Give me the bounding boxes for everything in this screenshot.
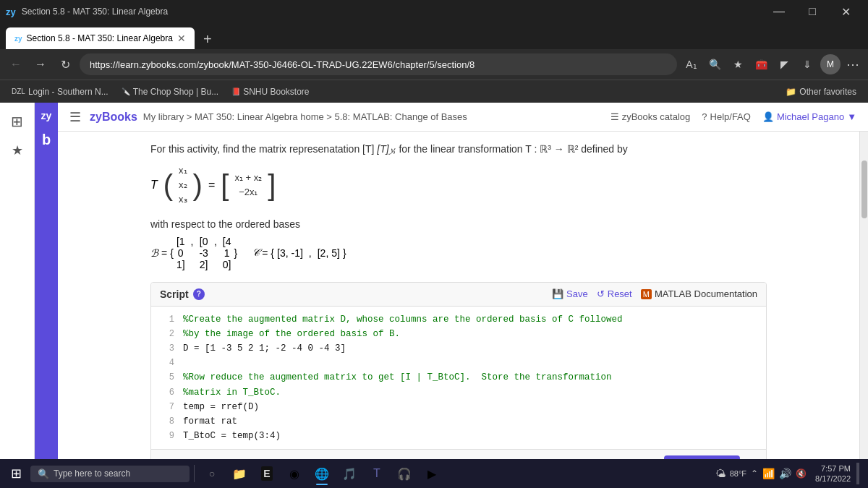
taskbar-app-cortana[interactable]: ○ <box>199 461 225 487</box>
maximize-button[interactable]: □ <box>796 0 829 23</box>
spotify-icon: 🎧 <box>397 467 412 481</box>
taskbar-app-music[interactable]: 🎵 <box>336 461 362 487</box>
content-scroll-area: For this activity, find the matrix repre… <box>58 132 868 488</box>
script-header: Script ? 💾 Save ↺ Reset <box>151 283 766 307</box>
other-favorites-label: Other favorites <box>799 87 856 97</box>
code-line-9: 9 T_BtoC = temp(3:4) <box>151 429 766 443</box>
teams-icon: T <box>373 467 380 480</box>
other-favorites-button[interactable]: 📁 Other favorites <box>780 85 862 98</box>
mute-icon[interactable]: 🔇 <box>796 468 807 479</box>
line-num-6: 6 <box>157 385 174 400</box>
more-options-button[interactable]: ⋯ <box>843 56 862 72</box>
read-mode-icon[interactable]: A₁ <box>681 54 702 74</box>
main-content-wrapper: ☰ zyBooks My library > MAT 350: Linear A… <box>58 103 868 488</box>
matlab-icon: M <box>641 289 652 299</box>
catalog-icon: ☰ <box>610 111 619 122</box>
volume-icon[interactable]: 🔊 <box>779 468 791 479</box>
help-label: Help/FAQ <box>710 111 751 122</box>
breadcrumb: My library > MAT 350: Linear Algebra hom… <box>143 111 467 122</box>
user-profile-link[interactable]: 👤 Michael Pagano ▼ <box>762 111 856 122</box>
line-num-9: 9 <box>157 429 174 443</box>
screenshot-icon[interactable]: ◤ <box>774 54 794 74</box>
start-button[interactable]: ⊞ <box>3 461 29 487</box>
taskbar-app-edge[interactable]: 🌐 <box>309 461 335 487</box>
matlab-doc-link[interactable]: M MATLAB Documentation <box>641 288 757 299</box>
taskbar-app-epic[interactable]: E <box>254 461 280 487</box>
code-text-1: %Create the augmented matrix D, whose co… <box>183 312 760 327</box>
chrome-icon: ◉ <box>289 467 299 481</box>
forward-button[interactable]: → <box>30 54 51 74</box>
content-area: For this activity, find the matrix repre… <box>58 132 859 488</box>
taskbar-app-files[interactable]: 📁 <box>226 461 252 487</box>
zy-sidebar-b[interactable]: b <box>42 132 51 148</box>
matrix-row: T ( x₁ x₂ x₃ ) = [ x₁ + x₂ <box>150 164 767 207</box>
code-line-6: 6 %matrix in T_BtoC. <box>151 385 766 400</box>
zybooks-catalog-link[interactable]: ☰ zyBooks catalog <box>610 111 691 122</box>
address-input[interactable] <box>80 53 677 75</box>
ordered-bases: ℬ = { [1 0 1] , <box>150 236 767 270</box>
desc-text2: for the linear transformation T : ℝ³ → ℝ… <box>399 143 627 155</box>
browser-extensions-icon[interactable]: 🧰 <box>751 54 771 74</box>
user-name: Michael Pagano <box>777 111 844 122</box>
back-button[interactable]: ← <box>6 54 26 74</box>
favorite-chop-shop[interactable]: 🔪 The Chop Shop | Bu... <box>116 85 225 98</box>
title-bar: zy Section 5.8 - MAT 350: Linear Algebra… <box>0 0 868 23</box>
browser-favicon: zy <box>6 7 16 17</box>
profile-button[interactable]: M <box>820 54 841 74</box>
taskbar-apps: ○ 📁 E ◉ 🌐 🎵 T 🎧 ▶ <box>199 461 445 487</box>
help-icon: ? <box>702 111 707 122</box>
reset-button[interactable]: ↺ Reset <box>597 288 632 299</box>
code-line-1: 1 %Create the augmented matrix D, whose … <box>151 312 766 327</box>
close-button[interactable]: ✕ <box>829 0 862 23</box>
browser-sidebar: ⊞ ★ <box>0 103 35 488</box>
save-button[interactable]: 💾 Save <box>552 288 588 299</box>
transform-T: T <box>150 179 158 192</box>
script-help-icon[interactable]: ? <box>193 288 205 300</box>
taskbar-app-media[interactable]: ▶ <box>419 461 445 487</box>
close-bracket-left: ) <box>193 171 203 200</box>
basis-B: ℬ = { [1 0 1] , <box>150 236 237 270</box>
taskbar-app-spotify[interactable]: 🎧 <box>391 461 417 487</box>
taskbar-search-text: Type here to search <box>54 468 130 479</box>
active-tab[interactable]: zy Section 5.8 - MAT 350: Linear Algebra… <box>6 27 195 49</box>
zy-logo[interactable]: zy <box>38 108 55 123</box>
input-matrix: x₁ x₂ x₃ <box>179 164 187 207</box>
zybooks-sidebar: zy b + <box>35 103 58 488</box>
show-desktop-button[interactable] <box>856 463 859 484</box>
hamburger-menu-icon[interactable]: ☰ <box>69 109 81 125</box>
taskbar-search-icon: 🔍 <box>38 468 49 479</box>
tab-favicon: zy <box>14 35 22 43</box>
sidebar-tools-icon[interactable]: ⊞ <box>4 108 30 134</box>
epic-icon: E <box>261 466 272 481</box>
taskbar-search[interactable]: 🔍 Type here to search <box>30 466 190 482</box>
scrollbar[interactable] <box>859 132 868 488</box>
script-section: Script ? 💾 Save ↺ Reset <box>150 282 767 482</box>
code-line-4: 4 <box>151 356 766 370</box>
save-icon: 💾 <box>552 288 563 299</box>
title-bar-title: Section 5.8 - MAT 350: Linear Algebra <box>22 7 168 17</box>
minimize-button[interactable]: — <box>762 0 796 23</box>
taskbar-app-chrome[interactable]: ◉ <box>281 461 307 487</box>
refresh-button[interactable]: ↻ <box>55 54 75 74</box>
favorite-snhu-bookstore[interactable]: 📕 SNHU Bookstore <box>226 85 315 98</box>
taskbar-app-teams[interactable]: T <box>364 461 390 487</box>
taskbar-sys-icons: 🌤 88°F ⌃ 📶 🔊 🔇 <box>715 468 807 479</box>
search-icon[interactable]: 🔍 <box>705 54 725 74</box>
new-tab-button[interactable]: + <box>197 29 218 49</box>
tab-close-icon[interactable]: ✕ <box>177 33 186 44</box>
scrollbar-thumb[interactable] <box>861 160 867 218</box>
help-faq-link[interactable]: ? Help/FAQ <box>702 111 751 122</box>
date-display: 8/17/2022 <box>815 474 851 484</box>
catalog-label: zyBooks catalog <box>622 111 691 122</box>
network-icon[interactable]: 📶 <box>762 468 775 479</box>
code-editor[interactable]: 1 %Create the augmented matrix D, whose … <box>151 307 766 450</box>
favorites-icon[interactable]: ★ <box>728 54 748 74</box>
favorite-dzl-login[interactable]: DZL Login - Southern N... <box>6 85 114 98</box>
tab-bar: zy Section 5.8 - MAT 350: Linear Algebra… <box>0 23 868 49</box>
sidebar-favorites-icon[interactable]: ★ <box>4 137 30 163</box>
chevron-up-icon[interactable]: ⌃ <box>751 468 758 479</box>
folder-icon: 📁 <box>786 87 796 97</box>
download-icon[interactable]: ⇓ <box>797 54 817 74</box>
taskbar-divider <box>194 465 195 482</box>
taskbar-clock[interactable]: 7:57 PM 8/17/2022 <box>815 463 851 484</box>
